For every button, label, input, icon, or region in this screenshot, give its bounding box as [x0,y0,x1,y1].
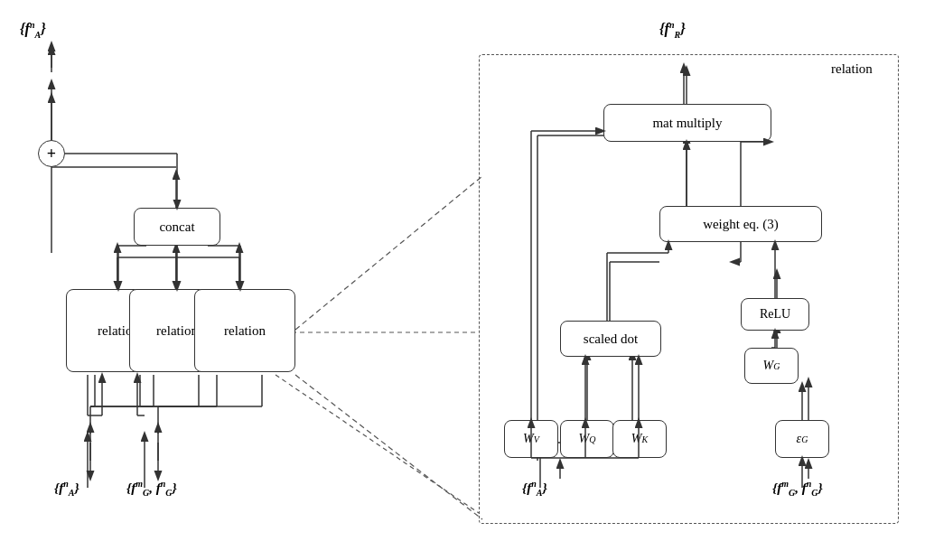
wv-box: WV [504,420,558,458]
relu-box: ReLU [741,298,809,331]
fa-bottom-label: {fnA} [54,479,79,498]
svg-line-55 [276,375,479,513]
svg-line-97 [295,176,482,330]
fg-bottom-label: {fmG, fnG} [126,479,177,498]
fa-bottom-right-label: {fnA} [522,479,547,498]
relation3-box: relation [194,289,295,372]
mat-multiply-box: mat multiply [603,104,771,142]
diagram-container: relation {fnA} + concat relation relatio… [0,0,925,560]
wk-box: WK [612,420,667,458]
concat-box: concat [134,208,220,246]
eg-box: εG [775,420,829,458]
fg-bottom-right-label: {fmG, fnG} [772,479,823,498]
relation-detail-label: relation [831,61,873,77]
wg-box: WG [744,348,799,384]
weight-eq-box: weight eq. (3) [659,206,822,242]
circle-plus: + [38,140,65,167]
fr-top-label: {fnR} [659,20,686,40]
scaled-dot-box: scaled dot [560,321,661,357]
fa-top-label: {fnA} [20,20,46,40]
svg-line-98 [295,375,482,519]
wq-box: WQ [560,420,614,458]
